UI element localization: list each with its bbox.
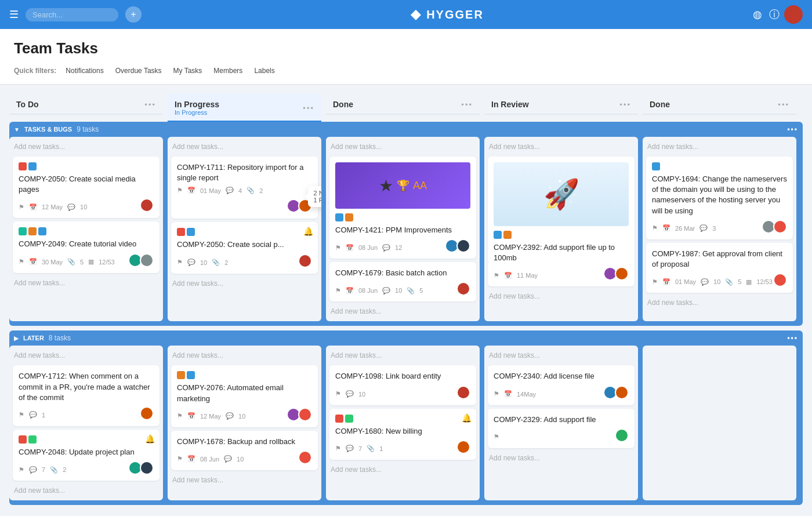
- history-icon[interactable]: ◍: [753, 8, 762, 21]
- filter-notifications[interactable]: Notifications: [61, 64, 108, 77]
- menu-icon[interactable]: ☰: [9, 8, 19, 21]
- group-menu-later[interactable]: •••: [787, 334, 798, 342]
- card-avatars: [615, 428, 629, 442]
- attach-icon: 📎: [407, 287, 415, 295]
- tag-orange: [177, 371, 185, 379]
- filter-my-tasks[interactable]: My Tasks: [169, 64, 207, 77]
- progress-fraction: 12/53: [756, 278, 773, 285]
- page-title: Team Tasks: [14, 39, 798, 57]
- card-date: 14May: [517, 391, 536, 398]
- card-title: COMPY-2076: Automated email marketing: [177, 383, 312, 404]
- nav-left: ☰ +: [9, 6, 142, 23]
- card-meta: ⚑ 📅 01 May 💬 4 📎 2: [177, 187, 312, 194]
- add-icon[interactable]: +: [125, 6, 142, 23]
- add-task-inprogress-bottom[interactable]: Add new tasks...: [171, 277, 318, 290]
- add-task-done2-bottom[interactable]: Add new tasks...: [646, 296, 793, 309]
- comment-count: 4: [238, 187, 242, 194]
- tag-blue: [28, 162, 37, 170]
- card-2048: 🔔 COMPY-2048: Update project plan ⚑ 💬 7 …: [13, 430, 160, 481]
- card-avatars: [456, 282, 470, 296]
- card-title: COMPY-1987: Get approval from client of …: [652, 249, 787, 270]
- card-2329: COMPY-2329: Add support file ⚑: [488, 409, 635, 448]
- group-name-later: LATER: [23, 335, 44, 341]
- add-task-later-ip-top[interactable]: Add new tasks...: [171, 349, 318, 362]
- attach-count: 5: [738, 278, 741, 285]
- inprogress-body: Add new tasks... COMPY-1711: Repository …: [168, 137, 321, 293]
- filter-labels[interactable]: Labels: [249, 64, 279, 77]
- avatar: [456, 282, 470, 296]
- column-header-done: Done •••: [326, 94, 480, 115]
- col-menu-todo[interactable]: •••: [144, 100, 156, 109]
- card-footer: ⚑ 📅 26 Mar 💬 3: [652, 220, 787, 234]
- col-title-done: Done: [333, 100, 353, 109]
- todo-body: Add new tasks... COMPY-2050: Create soci…: [9, 137, 163, 293]
- help-icon[interactable]: ⓘ: [769, 8, 780, 21]
- add-task-inprogress-top[interactable]: Add new tasks...: [171, 140, 318, 153]
- group-header-later[interactable]: ▶ LATER 8 tasks •••: [9, 330, 803, 346]
- avatar: [140, 406, 154, 420]
- flag-icon: ⚑: [19, 411, 24, 419]
- add-task-later-todo-bottom[interactable]: Add new tasks...: [13, 484, 160, 497]
- group-header-tasks-bugs[interactable]: ▼ TASKS & BUGS 9 tasks •••: [9, 122, 803, 137]
- add-task-later-done-bottom[interactable]: Add new tasks...: [329, 463, 476, 476]
- add-task-later-ip-bottom[interactable]: Add new tasks...: [171, 474, 318, 486]
- column-todo: Add new tasks... COMPY-2050: Create soci…: [9, 137, 163, 321]
- flag-icon: ⚑: [652, 278, 658, 286]
- column-done2: Add new tasks... COMPY-1694: Change the …: [643, 137, 796, 321]
- filter-overdue[interactable]: Overdue Tasks: [111, 64, 166, 77]
- add-task-inreview-top[interactable]: Add new tasks...: [488, 140, 635, 153]
- avatar: [140, 253, 154, 267]
- card-avatars: [445, 239, 470, 253]
- card-footer: ⚑ 💬 7 📎 2: [19, 461, 154, 475]
- card-footer: [177, 199, 312, 213]
- col-menu-done2[interactable]: •••: [778, 100, 789, 109]
- add-task-later-ir-bottom[interactable]: Add new tasks...: [488, 452, 635, 464]
- card-avatars: [298, 450, 312, 464]
- add-task-later-todo-top[interactable]: Add new tasks...: [13, 349, 160, 362]
- card-avatars: [603, 386, 629, 399]
- card-date: 01 May: [200, 187, 221, 194]
- search-input[interactable]: [26, 8, 118, 21]
- card-2340: COMPY-2340: Add license file ⚑ 📅 14May: [488, 365, 635, 405]
- date-icon: 📅: [187, 412, 195, 420]
- add-task-later-done-top[interactable]: Add new tasks...: [329, 349, 476, 362]
- add-task-done-top[interactable]: Add new tasks...: [329, 140, 476, 153]
- add-task-inreview-bottom[interactable]: Add new tasks...: [488, 290, 635, 303]
- attach-count: 2: [63, 466, 66, 473]
- add-task-done-bottom[interactable]: Add new tasks...: [329, 305, 476, 318]
- card-date: 08 Jun: [358, 244, 378, 251]
- quick-filters-bar: Quick filters: Notifications Overdue Tas…: [14, 64, 798, 84]
- col-menu-done[interactable]: •••: [461, 100, 473, 109]
- quick-filters-label: Quick filters:: [14, 67, 56, 75]
- user-avatar[interactable]: [784, 5, 803, 24]
- comment-count: 7: [42, 466, 45, 473]
- bell-icon: 🔔: [462, 413, 472, 423]
- done2-body: Add new tasks... COMPY-1694: Change the …: [643, 137, 796, 312]
- nav-right: ◍ ⓘ: [753, 5, 803, 24]
- add-task-todo-top[interactable]: Add new tasks...: [13, 140, 160, 153]
- group-menu[interactable]: •••: [787, 125, 798, 133]
- card-footer: ⚑ 📅 08 Jun 💬 12: [335, 239, 470, 253]
- card-2050: COMPY-2050: Create social media pages ⚑ …: [13, 157, 160, 218]
- flag-icon: ⚑: [19, 204, 24, 211]
- card-title: COMPY-2340: Add license file: [494, 371, 629, 381]
- comment-count: 10: [200, 259, 207, 266]
- attach-count: 2: [259, 187, 263, 194]
- col-menu-inreview[interactable]: •••: [619, 100, 631, 109]
- col-title-inreview: In Review: [491, 100, 529, 109]
- col-menu-inprogress[interactable]: •••: [303, 104, 314, 112]
- avatar: [456, 386, 470, 399]
- add-task-done2-top[interactable]: Add new tasks...: [646, 140, 793, 153]
- flag-icon: ⚑: [177, 187, 183, 194]
- add-task-later-ir-top[interactable]: Add new tasks...: [488, 349, 635, 362]
- add-task-todo-bottom[interactable]: Add new tasks...: [13, 277, 160, 289]
- tag-red: [177, 228, 185, 236]
- attach-icon: 📎: [725, 278, 733, 286]
- tag-green: [345, 415, 353, 423]
- comment-icon: 💬: [699, 224, 708, 232]
- card-meta: ⚑ 💬 7 📎 2: [19, 466, 66, 474]
- flag-icon: ⚑: [19, 258, 24, 266]
- avatar: [773, 220, 787, 234]
- comment-count: 7: [358, 445, 362, 452]
- filter-members[interactable]: Members: [209, 64, 247, 77]
